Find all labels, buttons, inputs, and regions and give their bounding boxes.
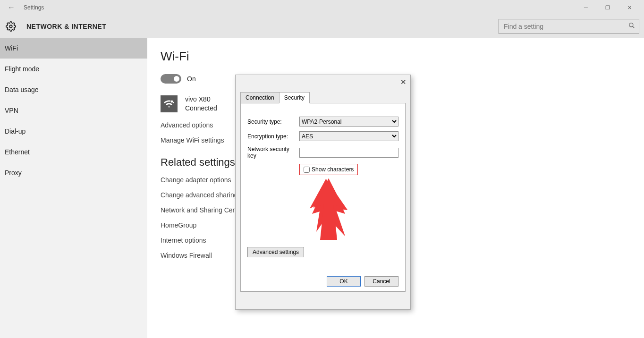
show-characters-checkbox[interactable] (304, 167, 310, 173)
show-characters-label: Show characters (312, 166, 354, 173)
encryption-type-label: Encryption type: (247, 133, 299, 140)
ok-button[interactable]: OK (327, 276, 361, 287)
tab-security[interactable]: Security (279, 92, 310, 103)
advanced-settings-button[interactable]: Advanced settings (247, 247, 304, 257)
titlebar: ← Settings ─ ❐ ✕ (0, 0, 644, 15)
network-name: vivo X80 (185, 95, 217, 104)
search-box[interactable] (499, 19, 639, 34)
show-characters-row[interactable]: Show characters (299, 164, 358, 175)
wifi-properties-dialog: ✕ Connection Security Security type: WPA… (235, 75, 411, 310)
svg-point-0 (9, 25, 12, 28)
svg-point-1 (629, 23, 633, 27)
window-title: Settings (24, 4, 44, 11)
tab-connection[interactable]: Connection (240, 92, 280, 103)
page-title: Wi-Fi (161, 49, 631, 64)
search-input[interactable] (499, 23, 625, 30)
security-type-select[interactable]: WPA2-Personal (299, 117, 398, 127)
tab-panel-security: Security type: WPA2-Personal Encryption … (240, 103, 406, 292)
wifi-signal-icon (161, 95, 178, 112)
wifi-toggle[interactable] (161, 74, 181, 84)
dialog-close-button[interactable]: ✕ (400, 78, 407, 86)
network-key-input[interactable] (299, 148, 398, 158)
wifi-toggle-label: On (187, 75, 196, 83)
network-key-label: Network security key (247, 146, 299, 159)
sidebar-item-vpn[interactable]: VPN (0, 100, 147, 121)
network-status: Connected (185, 104, 217, 113)
svg-line-2 (633, 26, 635, 28)
settings-header: NETWORK & INTERNET (0, 15, 644, 38)
close-button[interactable]: ✕ (619, 0, 640, 15)
sidebar-item-dial-up[interactable]: Dial-up (0, 121, 147, 142)
encryption-type-select[interactable]: AES (299, 131, 398, 141)
security-type-label: Security type: (247, 118, 299, 125)
maximize-button[interactable]: ❐ (597, 0, 619, 15)
minimize-button[interactable]: ─ (575, 0, 597, 15)
search-icon[interactable] (625, 22, 639, 31)
cancel-button[interactable]: Cancel (364, 276, 398, 287)
sidebar-item-flight-mode[interactable]: Flight mode (0, 59, 147, 79)
sidebar-item-data-usage[interactable]: Data usage (0, 79, 147, 100)
sidebar-item-wifi[interactable]: WiFi (0, 38, 147, 59)
back-button[interactable]: ← (4, 3, 19, 12)
sidebar-item-ethernet[interactable]: Ethernet (0, 142, 147, 162)
svg-point-3 (170, 100, 173, 103)
sidebar: WiFi Flight mode Data usage VPN Dial-up … (0, 38, 147, 338)
page-category: NETWORK & INTERNET (26, 23, 106, 30)
sidebar-item-proxy[interactable]: Proxy (0, 162, 147, 183)
gear-icon (5, 20, 17, 33)
